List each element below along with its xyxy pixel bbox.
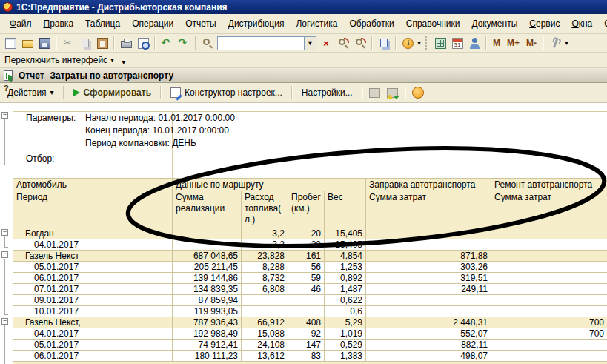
value-cell[interactable]	[491, 284, 607, 295]
collapse-group-bogdan-box[interactable]: −	[1, 229, 8, 236]
value-cell[interactable]: 66,912	[242, 317, 288, 328]
value-cell[interactable]: 3,2	[242, 228, 288, 239]
toolbar-overflow-chevron-icon[interactable]: ▾	[122, 59, 125, 66]
menu-item-правка[interactable]: Правка	[39, 17, 79, 30]
row-label-cell[interactable]: Газель Некст,	[13, 317, 173, 328]
value-cell[interactable]: 192 988,49	[173, 328, 242, 340]
zoom-out-icon[interactable]	[353, 36, 368, 50]
settings-button[interactable]: Настройки...	[297, 86, 357, 99]
col-mileage[interactable]: Пробег(км.)	[288, 191, 325, 228]
new-document-icon[interactable]	[3, 36, 18, 50]
menu-item-файл[interactable]: Файл	[4, 17, 37, 30]
value-cell[interactable]: 687 048,65	[173, 251, 242, 262]
value-cell[interactable]: 1,383	[325, 351, 366, 362]
value-cell[interactable]: 1,019	[325, 328, 366, 340]
value-cell[interactable]: 23,828	[242, 251, 288, 262]
memory-m-plus-button[interactable]: M+	[505, 37, 522, 49]
switch-interface-dropdown-icon[interactable]: ▾	[110, 56, 114, 64]
value-cell[interactable]: 87 859,94	[173, 295, 242, 306]
zoom-in-icon[interactable]	[336, 36, 351, 50]
toolbar-drag-handle[interactable]	[425, 36, 428, 50]
row-label-cell[interactable]: 10.01.2017	[13, 306, 173, 317]
row-label-cell[interactable]: 06.01.2017	[13, 351, 173, 362]
row-label-cell[interactable]: Газель Некст	[13, 251, 173, 262]
copy-pages-icon[interactable]	[377, 36, 391, 50]
value-cell[interactable]	[288, 306, 325, 317]
value-cell[interactable]: 119 993,05	[173, 306, 242, 317]
value-cell[interactable]: 552,07	[366, 328, 491, 340]
value-cell[interactable]: 8,288	[242, 262, 288, 273]
value-cell[interactable]: 24,108	[242, 340, 288, 351]
value-cell[interactable]	[491, 262, 607, 273]
value-cell[interactable]: 2 448,31	[366, 317, 491, 328]
export-report-green-icon[interactable]	[385, 85, 400, 100]
value-cell[interactable]: 46	[288, 284, 325, 295]
value-cell[interactable]	[366, 295, 491, 306]
value-cell[interactable]: 147	[288, 340, 325, 351]
value-cell[interactable]: 139 144,86	[173, 273, 242, 284]
undo-icon[interactable]	[159, 36, 174, 50]
value-cell[interactable]	[242, 295, 288, 306]
menu-item-документы[interactable]: Документы	[466, 17, 523, 30]
value-cell[interactable]: 0,892	[325, 273, 366, 284]
col-repair-sum[interactable]: Сумма затрат	[491, 191, 607, 228]
value-cell[interactable]: 59	[288, 273, 325, 284]
value-cell[interactable]	[491, 340, 607, 351]
header-vehicle[interactable]: Автомобиль	[13, 179, 173, 191]
search-input[interactable]	[217, 36, 305, 50]
row-label-cell[interactable]: 04.01.2017	[13, 328, 173, 340]
value-cell[interactable]	[491, 273, 607, 284]
collapse-params-box[interactable]: −	[1, 112, 8, 119]
value-cell[interactable]: 498,07	[366, 351, 491, 362]
header-refueling[interactable]: Заправка автотранспорта	[366, 179, 491, 191]
value-cell[interactable]	[366, 228, 491, 239]
row-label-cell[interactable]: 09.01.2017	[13, 295, 173, 306]
value-cell[interactable]	[242, 306, 288, 317]
collapse-group-gazel2-box[interactable]: −	[1, 318, 8, 325]
col-sales-sum[interactable]: Сумма реализации	[173, 191, 242, 228]
value-cell[interactable]: 15,405	[325, 228, 366, 239]
value-cell[interactable]: 249,11	[366, 284, 491, 295]
col-fuel[interactable]: Расход топлива(л.)	[242, 191, 288, 228]
save-icon[interactable]	[37, 36, 52, 50]
value-cell[interactable]: 8,732	[242, 273, 288, 284]
value-cell[interactable]: 5,29	[325, 317, 366, 328]
value-cell[interactable]: 408	[288, 317, 325, 328]
tools-dropdown-icon[interactable]: ▾	[565, 39, 568, 47]
value-cell[interactable]: 180 111,23	[173, 351, 242, 362]
header-repair[interactable]: Ремонт автотранспорта	[491, 179, 607, 191]
value-cell[interactable]: 0,622	[325, 295, 366, 306]
value-cell[interactable]	[173, 239, 242, 251]
info-dropdown-icon[interactable]: ▾	[417, 39, 421, 47]
value-cell[interactable]	[491, 251, 607, 262]
menu-item-обработки[interactable]: Обработки	[344, 17, 399, 30]
print-icon[interactable]	[119, 36, 133, 50]
value-cell[interactable]: 83	[288, 351, 325, 362]
row-label-cell[interactable]: 05.01.2017	[13, 340, 173, 351]
clear-search-icon[interactable]: ×	[319, 36, 334, 50]
row-label-cell[interactable]: 05.01.2017	[13, 262, 173, 273]
value-cell[interactable]: 205 211,45	[173, 262, 242, 273]
value-cell[interactable]: 871,88	[366, 251, 491, 262]
memory-m-minus-button[interactable]: M-	[524, 37, 539, 49]
value-cell[interactable]	[366, 306, 491, 317]
combo-dropdown-icon[interactable]: ▼	[305, 36, 316, 50]
value-cell[interactable]: 161	[288, 251, 325, 262]
value-cell[interactable]: 0,529	[325, 340, 366, 351]
print-preview-icon[interactable]	[136, 36, 150, 50]
export-report-icon[interactable]	[368, 85, 382, 100]
value-cell[interactable]	[288, 295, 325, 306]
user-lock-icon[interactable]	[467, 36, 482, 50]
help-icon[interactable]	[411, 85, 425, 100]
value-cell[interactable]: 882,11	[366, 340, 491, 351]
value-cell[interactable]: 13,612	[242, 351, 288, 362]
value-cell[interactable]: 74 912,41	[173, 340, 242, 351]
value-cell[interactable]: 303,26	[366, 262, 491, 273]
value-cell[interactable]	[491, 351, 607, 362]
value-cell[interactable]: 1,253	[325, 262, 366, 273]
value-cell[interactable]: 3,2	[242, 239, 288, 251]
menu-item-таблица[interactable]: Таблица	[80, 17, 125, 30]
paste-icon[interactable]	[95, 36, 110, 50]
col-refuel-sum[interactable]: Сумма затрат	[366, 191, 491, 228]
value-cell[interactable]: 700	[491, 317, 607, 328]
